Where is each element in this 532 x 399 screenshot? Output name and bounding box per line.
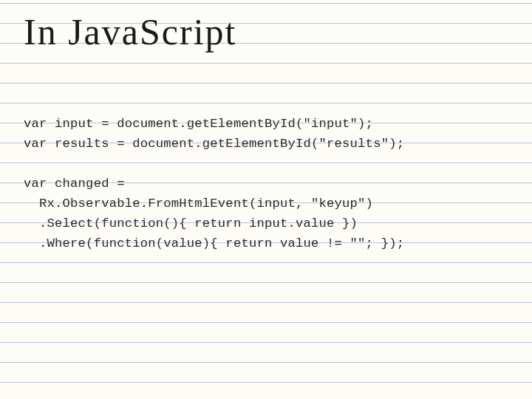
code-snippet-2: var changed = Rx.Observable.FromHtmlEven… bbox=[24, 174, 508, 253]
slide-title: In JavaScript bbox=[24, 0, 508, 55]
code-snippet-1: var input = document.getElementById("inp… bbox=[24, 114, 508, 154]
slide-content: In JavaScript var input = document.getEl… bbox=[0, 0, 532, 253]
